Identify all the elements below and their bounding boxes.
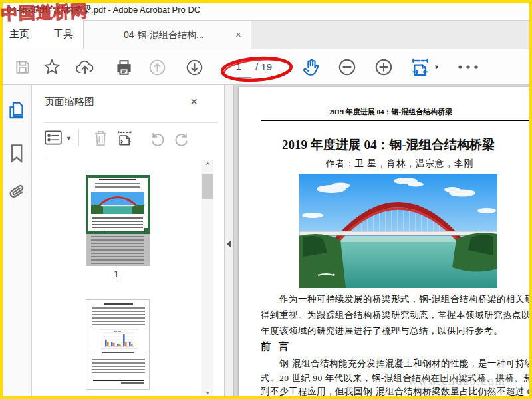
paragraph-1-line-3: 年度该领域的研究进展进行了梳理与总结，以供同行参考。: [261, 325, 503, 338]
trash-icon[interactable]: [90, 128, 110, 148]
rotate-left-icon[interactable]: [148, 129, 168, 149]
more-tools-icon[interactable]: [455, 57, 481, 78]
panel-close-icon[interactable]: ×: [190, 94, 198, 109]
page-number-input[interactable]: [226, 60, 251, 72]
window-title: 04-钢-混组合结构桥梁.pdf - Adobe Acrobat Pro DC: [7, 4, 200, 16]
panel-divider-2: [44, 156, 218, 156]
tab-document-label: 04-钢-混组合结构...: [124, 29, 204, 41]
document-area: 2019 年度进展 04：钢-混组合结构桥梁 2019 年度进展 04：钢-混组…: [234, 85, 532, 399]
header-rule: [261, 120, 532, 121]
tab-bar-spacer: [251, 20, 532, 49]
paragraph-1-line-1: 作为一种可持续发展的桥梁形式，钢-混组合结构桥梁的相关研究与工程应用日益: [279, 293, 532, 306]
panel-splitter[interactable]: [225, 85, 234, 399]
main-toolbar: / 19 ▼: [0, 49, 532, 85]
page-thumbnails-icon[interactable]: [7, 101, 25, 121]
tab-close-icon[interactable]: ×: [235, 29, 241, 40]
thumbnail-page-1[interactable]: [86, 175, 150, 266]
bridge-figure: [299, 174, 497, 288]
fit-width-dropdown-caret[interactable]: ▼: [434, 64, 440, 70]
rotate-right-icon[interactable]: [172, 129, 192, 149]
panel-toolbar-divider: [78, 129, 79, 146]
thumbnail-page-2[interactable]: [86, 299, 150, 390]
cloud-upload-icon[interactable]: [74, 57, 96, 78]
scroll-down-icon[interactable]: ⌄: [204, 386, 211, 396]
collapse-panel-icon[interactable]: [226, 239, 232, 249]
acrobat-window: 04-钢-混组合结构桥梁.pdf - Adobe Acrobat Pro DC …: [0, 0, 532, 399]
scroll-up-icon[interactable]: ⌃: [204, 161, 211, 171]
document-title: 2019 年度进展 04：钢-混组合结构桥梁: [282, 136, 495, 154]
thumbnail-page-1-label: 1: [114, 269, 119, 279]
options-caret-icon[interactable]: ▼: [66, 135, 72, 142]
page-count-label: / 19: [255, 61, 272, 72]
paragraph-2-line-4: 交通运输部发布的《关于推进公路钢结构桥梁建设的指导意见》要求，到“十三五”末: [261, 394, 532, 399]
pdf-page[interactable]: 2019 年度进展 04：钢-混组合结构桥梁 2019 年度进展 04：钢-混组…: [239, 87, 532, 399]
hand-tool-icon[interactable]: [301, 57, 322, 78]
star-icon[interactable]: [41, 57, 63, 78]
zoom-out-icon[interactable]: [336, 57, 358, 78]
print-icon[interactable]: [113, 57, 134, 78]
navigation-strip: [0, 85, 32, 399]
crop-pages-icon[interactable]: [114, 128, 134, 148]
panel-title: 页面缩略图: [45, 96, 94, 108]
thumbnails-panel: 页面缩略图 × ▼: [32, 85, 225, 399]
tab-tools[interactable]: 工具: [53, 28, 73, 41]
bookmarks-icon[interactable]: [9, 144, 25, 163]
options-icon[interactable]: [43, 128, 63, 148]
paragraph-1-line-2: 得到重视。为跟踪组合结构桥梁研究动态，掌握本领域研究热点以及发展趋势，对 201…: [261, 309, 532, 322]
thumbnail-offscreen-shade: [86, 234, 150, 266]
tab-document[interactable]: 04-钢-混组合结构... ×: [83, 20, 251, 49]
paragraph-2-line-2: 式。20 世纪 90 年代以来，钢-混组合结构在国内梁式桥、拱桥、悬索桥及斜拉桥…: [261, 372, 532, 385]
tab-home[interactable]: 主页: [9, 28, 29, 41]
running-head: 2019 年度进展 04：钢-混组合结构桥梁: [329, 107, 452, 117]
document-authors: 作者：卫 星，肖林，温宗意，李刚: [326, 158, 473, 170]
next-page-icon[interactable]: [184, 57, 205, 78]
fit-width-icon[interactable]: [408, 57, 432, 78]
panel-scrollbar-thumb[interactable]: [202, 174, 213, 200]
panel-divider: [44, 122, 218, 123]
thumbnail-resize-handle[interactable]: [144, 228, 150, 234]
paragraph-2-line-1: 钢-混组合结构能充分发挥混凝土和钢材的性能，是一种可持续发展的桥梁结构形: [279, 357, 532, 370]
toolbar-divider: [291, 57, 291, 77]
title-bar: 04-钢-混组合结构桥梁.pdf - Adobe Acrobat Pro DC: [0, 0, 532, 19]
section-heading: 前 言: [261, 340, 291, 353]
save-icon[interactable]: [12, 57, 33, 78]
previous-page-icon[interactable]: [146, 57, 168, 78]
zoom-in-icon[interactable]: [373, 57, 394, 78]
attachments-icon[interactable]: [7, 182, 26, 203]
tab-bar: 主页 工具 04-钢-混组合结构... ×: [0, 19, 532, 49]
page-number-underline: [229, 77, 251, 78]
thumbnail-visible-area[interactable]: [86, 175, 150, 234]
thumbnail-bar-chart: [100, 329, 138, 349]
